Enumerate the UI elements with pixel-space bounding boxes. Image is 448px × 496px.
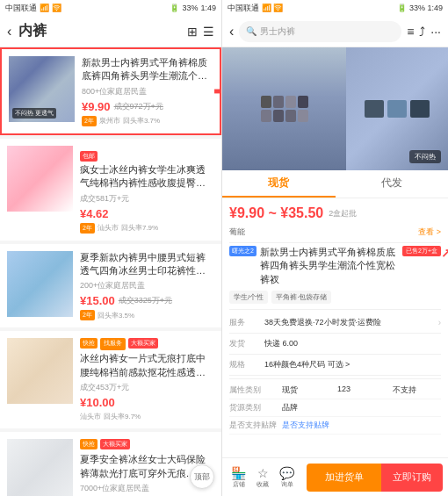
more-icon[interactable]: ··· — [430, 25, 441, 39]
return-rate: 回头率3.5% — [98, 311, 134, 320]
attr-val-label: 是否支持贴牌 — [282, 420, 441, 431]
img-tag: 不闷热 更透气 — [12, 108, 56, 119]
right-nav-icons: ≡ ⤴ ··· — [407, 25, 441, 39]
attribute-section: 属性类别 现货 123 不支持 货源类别 品牌 是否支持贴牌 是否支持贴牌 — [229, 382, 441, 435]
right-back-button[interactable]: ‹ — [229, 24, 234, 40]
share-icon[interactable]: ⤴ — [419, 25, 425, 39]
product-image: 不闷热 更透气 — [9, 56, 75, 122]
right-status-bar: 中国联通 📶 🛜 🔋 33% 1:49 — [222, 0, 448, 16]
left-battery-icon: 🔋 — [170, 4, 179, 12]
price-range: ¥9.90 ~ ¥35.50 — [229, 205, 323, 221]
filter-icon[interactable]: ☰ — [203, 25, 214, 39]
right-carrier: 中国联通 📶 🛜 — [228, 3, 283, 14]
shop-tag: 2年 — [82, 116, 97, 126]
sold-count-badge: 已售2万+盒 — [402, 246, 441, 256]
price-main: ¥4.62 — [80, 207, 109, 220]
carrier-text: 中国联通 — [5, 3, 37, 14]
arrow-to-right: ➡ — [213, 82, 221, 101]
inquiry-button[interactable]: 💬 询单 — [279, 466, 294, 489]
tab-dropship[interactable]: 代发 — [336, 170, 449, 198]
left-carrier: 中国联通 📶 🛜 — [5, 3, 61, 14]
section-row: 葡能 查看 > — [229, 226, 441, 238]
tab-present[interactable]: 现货 — [222, 170, 336, 198]
tag-student[interactable]: 学生/个性 — [229, 291, 268, 304]
delivery-key: 发货 — [229, 338, 264, 349]
product-item[interactable]: 夏季新款内裤男中腰男式短裤透气四角冰丝男士印花裤性感平角裤 200+位家庭居民盖… — [0, 244, 221, 328]
left-nav-icons: ⊞ ☰ — [187, 25, 214, 39]
price-main: ¥10.00 — [80, 396, 115, 409]
product-sales: 成交581万+元 — [80, 193, 214, 205]
left-back-button[interactable]: ‹ — [7, 24, 11, 40]
promo-tag-fast2: 快抢 — [80, 439, 98, 449]
product-meta: 2年 回头率3.5% — [80, 310, 214, 320]
signal-icon: 📶 — [40, 4, 49, 12]
price-moq: 2盒起批 — [329, 208, 357, 219]
right-img-tag: 不闷热 — [409, 150, 441, 163]
divider — [229, 242, 441, 243]
product-item[interactable]: 不闷热 更透气 新款男士内裤男式平角裤棉质底裤四角裤头男学生潮流个性宽松裤衩 8… — [0, 47, 221, 135]
item-title-row: 曙光之2 新款男士内裤男式平角裤棉质底裤四角裤头男学生潮流个性宽松裤衩 已售2万… — [229, 246, 441, 286]
right-search-box[interactable]: 🔍 男士内裤 — [239, 21, 401, 42]
left-nav-bar: ‹ 内裤 ⊞ ☰ — [0, 16, 221, 47]
shop-name: 汕头市 — [98, 223, 119, 233]
product-image — [7, 439, 73, 496]
product-title: 冰丝内裤女一片式无痕打底中腰纯棉裆前感款抠花性感透气三角裤 — [80, 352, 214, 379]
product-meta: 2年 汕头市 回头率7.9% — [80, 223, 214, 234]
product-item[interactable]: 快抢 找服务 大额买家 冰丝内裤女一片式无痕打底中腰纯棉裆前感款抠花性感透气三角… — [0, 331, 221, 428]
add-to-cart-button[interactable]: 加进货单 — [307, 464, 381, 492]
return-rate: 回头率3.7% — [123, 116, 160, 126]
spec-val: 16种颜色4种尺码 可选 > — [264, 359, 441, 370]
right-product-image: 不闷热 — [222, 47, 448, 170]
attr-key-category: 属性类别 — [229, 385, 282, 396]
favorite-icon: ☆ — [257, 466, 269, 480]
product-sales: 200+位家庭居民盖 — [80, 280, 214, 291]
search-icon: 🔍 — [246, 26, 257, 36]
see-more-button[interactable]: 查看 > — [418, 226, 441, 238]
attr-val-stock: 123 — [337, 385, 386, 396]
shop-name: 泉州市 — [99, 116, 120, 126]
product-image-left — [222, 47, 346, 170]
divider — [229, 309, 441, 310]
buy-now-button[interactable]: 立即订购 — [381, 464, 443, 492]
bottom-bar: 🏪 店铺 ☆ 收藏 💬 询单 加进货单 立即订购 — [222, 457, 448, 496]
product-title: 疯女士冰丝内裤女学生冰爽透气纯棉裆内裤性感收腹提臀女性内裤 — [80, 163, 214, 190]
grid-view-icon[interactable]: ⊞ — [187, 25, 198, 39]
product-title: 新款男士内裤男式平角裤棉质底裤四角裤头男学生潮流个性宽松裤衩 — [82, 56, 213, 83]
spec-row[interactable]: 规格 16种颜色4种尺码 可选 > — [229, 355, 441, 376]
attr-row-brand: 货源类别 品牌 — [229, 399, 441, 417]
verified-tag: 曙光之2 — [229, 246, 257, 256]
right-right-status: 🔋 33% 1:49 — [397, 4, 443, 12]
price-range-row: ¥9.90 ~ ¥35.50 2盒起批 — [229, 205, 441, 221]
promo-tag-buyer2: 大额买家 — [100, 439, 130, 449]
search-text: 男士内裤 — [260, 25, 295, 38]
arrow-badge-pointer: ↗ — [441, 246, 448, 260]
r-signal-icon: 📶 — [262, 4, 271, 12]
attr-val-brand: 品牌 — [282, 402, 441, 413]
attr-key-brand: 货源类别 — [229, 402, 282, 413]
product-list[interactable]: 不闷热 更透气 新款男士内裤男式平角裤棉质底裤四角裤头男学生潮流个性宽松裤衩 8… — [0, 47, 221, 496]
favorite-label: 收藏 — [257, 480, 269, 489]
left-panel: 中国联通 📶 🛜 🔋 33% 1:49 ‹ 内裤 ⊞ ☰ 不闷热 更透气 — [0, 0, 222, 496]
product-info: 快抢 找服务 大额买家 冰丝内裤女一片式无痕打底中腰纯棉裆前感款抠花性感透气三角… — [80, 338, 214, 421]
section-label: 葡能 — [229, 226, 245, 238]
product-info: 新款男士内裤男式平角裤棉质底裤四角裤头男学生潮流个性宽松裤衩 800+位家庭居民… — [82, 56, 213, 126]
favorite-button[interactable]: ☆ 收藏 — [257, 466, 269, 489]
product-item[interactable]: 快抢 大额买家 夏季安全裤冰丝女士大码保险裤薄款光打底可穿外无痕... 7000… — [0, 432, 221, 496]
item-title: 新款男士内裤男式平角裤棉质底裤四角裤头男学生潮流个性宽松裤衩 — [260, 246, 399, 286]
product-meta: 汕头市 回头率9.7% — [80, 412, 214, 421]
attr-row-label: 是否支持贴牌 是否支持贴牌 — [229, 417, 441, 435]
right-panel: 中国联通 📶 🛜 🔋 33% 1:49 ‹ 🔍 男士内裤 ≡ ⤴ ··· — [222, 0, 448, 496]
product-title: 夏季新款内裤男中腰男式短裤透气四角冰丝男士印花裤性感平角裤 — [80, 251, 214, 278]
shop-icon-button[interactable]: 🏪 店铺 — [231, 466, 246, 489]
left-time: 1:49 — [200, 4, 216, 12]
tag-boxers[interactable]: 平角裤·包袋存储 — [271, 291, 331, 304]
promo-tag-buyer: 大额买家 — [128, 338, 158, 349]
left-right-status: 🔋 33% 1:49 — [170, 4, 216, 12]
price-main: ¥9.90 — [82, 100, 111, 113]
shop-tag: 2年 — [80, 310, 95, 320]
r-carrier-text: 中国联通 — [228, 4, 259, 12]
delivery-val: 快递 6.00 — [264, 338, 441, 349]
return-to-top-button[interactable]: 顶部 — [190, 464, 214, 489]
list-icon[interactable]: ≡ — [407, 25, 414, 39]
product-item[interactable]: 包邮 疯女士冰丝内裤女学生冰爽透气纯棉裆内裤性感收腹提臀女性内裤 成交581万+… — [0, 139, 221, 241]
